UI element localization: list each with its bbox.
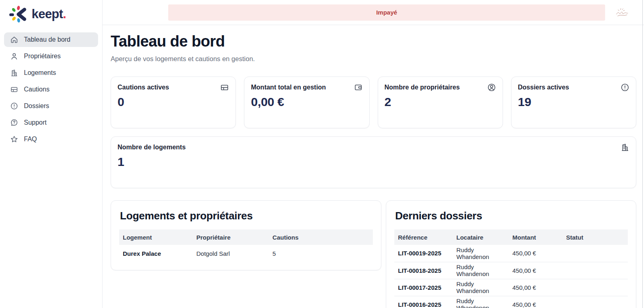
page-subtitle: Aperçu de vos logements et cautions en g…	[111, 55, 636, 63]
unpaid-banner-label: Impayé	[376, 9, 397, 16]
sidebar-item-cautions[interactable]: Cautions	[4, 82, 98, 97]
cell-statut	[563, 262, 628, 279]
stat-card-montant-total: Montant total en gestion 0,00 €	[244, 76, 369, 128]
sidebar-item-label: Propriétaires	[24, 53, 61, 60]
panel-title: Derniers dossiers	[395, 210, 628, 222]
table-row[interactable]: Durex Palace Dotgold Sarl 5	[119, 245, 373, 262]
stat-card-nombre-logements: Nombre de logements 1	[111, 136, 636, 188]
stat-card-cautions-actives: Cautions actives 0	[111, 76, 236, 128]
sidebar-item-tableau-de-bord[interactable]: Tableau de bord	[4, 32, 98, 47]
card-icon	[10, 85, 18, 93]
cell-montant: 450,00 €	[509, 245, 562, 262]
column-header-reference[interactable]: Référence	[394, 229, 453, 245]
wallet-icon	[354, 83, 363, 92]
sidebar-item-label: Logements	[24, 69, 56, 76]
table-row[interactable]: LIT-00017-2025 Ruddy Whandenon 450,00 €	[394, 279, 628, 296]
table-row[interactable]: LIT-00018-2025 Ruddy Whandenon 450,00 €	[394, 262, 628, 279]
stat-card-value: 0	[118, 95, 229, 109]
window-edge-line	[642, 0, 643, 308]
main-content: Tableau de bord Aperçu de vos logements …	[103, 25, 644, 308]
stat-card-title: Dossiers actives	[518, 83, 569, 91]
sidebar-item-label: FAQ	[24, 136, 37, 143]
sidebar-item-support[interactable]: Support	[4, 115, 98, 130]
sidebar: keept. Tableau de bord Propriétaires	[0, 0, 103, 308]
brand-name: keept.	[32, 7, 66, 21]
cell-montant: 450,00 €	[509, 279, 562, 296]
cell-cautions: 5	[269, 245, 373, 262]
sidebar-item-label: Dossiers	[24, 102, 49, 110]
alert-circle-icon	[10, 102, 18, 110]
table-row[interactable]: LIT-00016-2025 Ruddy Whandenon 450,00 €	[394, 296, 628, 308]
cell-statut	[563, 245, 628, 262]
sidebar-nav: Tableau de bord Propriétaires	[0, 32, 102, 147]
cell-locataire: Ruddy Whandenon	[453, 262, 509, 279]
bottom-panels: Logements et propriétaires Logement Prop…	[111, 200, 636, 308]
stat-card-title: Nombre de propriétaires	[385, 83, 460, 91]
keept-logo-icon	[9, 5, 28, 23]
sidebar-item-label: Cautions	[24, 86, 49, 93]
help-bubble-icon	[10, 119, 18, 127]
logements-table: Logement Propriétaire Cautions Durex Pal…	[119, 229, 373, 262]
cell-proprietaire: Dotgold Sarl	[193, 245, 269, 262]
unpaid-banner[interactable]: Impayé	[168, 4, 605, 21]
stat-card-nombre-proprietaires: Nombre de propriétaires 2	[378, 76, 503, 128]
sidebar-item-label: Support	[24, 119, 47, 126]
brand-logo[interactable]: keept.	[0, 0, 102, 23]
brand-dot: .	[63, 7, 66, 21]
sidebar-item-logements[interactable]: Logements	[4, 66, 98, 80]
top-bar: Impayé	[103, 0, 644, 25]
sidebar-item-label: Tableau de bord	[24, 36, 71, 43]
logements-proprietaires-panel: Logements et propriétaires Logement Prop…	[111, 200, 381, 270]
building-icon	[10, 69, 18, 77]
column-header-logement[interactable]: Logement	[119, 229, 193, 245]
user-circle-icon	[487, 83, 496, 92]
table-header-row: Logement Propriétaire Cautions	[119, 229, 373, 245]
cell-locataire: Ruddy Whandenon	[453, 245, 509, 262]
home-icon	[10, 36, 18, 44]
stat-card-dossiers-actives: Dossiers actives 19	[511, 76, 636, 128]
column-header-cautions[interactable]: Cautions	[269, 229, 373, 245]
table-header-row: Référence Locataire Montant Statut	[394, 229, 628, 245]
cell-reference: LIT-00018-2025	[394, 262, 453, 279]
stat-card-title: Nombre de logements	[118, 143, 186, 151]
cell-reference: LIT-00017-2025	[394, 279, 453, 296]
table-row[interactable]: LIT-00019-2025 Ruddy Whandenon 450,00 €	[394, 245, 628, 262]
user-icon	[10, 52, 18, 60]
card-icon	[220, 83, 229, 92]
stat-card-value: 1	[118, 155, 629, 169]
stat-card-value: 2	[385, 95, 496, 109]
cell-logement: Durex Palace	[119, 245, 193, 262]
star-icon	[10, 135, 18, 143]
column-header-montant[interactable]: Montant	[509, 229, 562, 245]
cell-reference: LIT-00016-2025	[394, 296, 453, 308]
panel-title: Logements et propriétaires	[120, 210, 373, 222]
building-icon	[620, 143, 629, 152]
derniers-dossiers-panel: Derniers dossiers Référence Locataire Mo…	[386, 200, 636, 308]
stats-row: Cautions actives 0 Montant total en gest…	[111, 76, 636, 128]
stat-card-title: Cautions actives	[118, 83, 169, 91]
cell-locataire: Ruddy Whandenon	[453, 296, 509, 308]
cell-locataire: Ruddy Whandenon	[453, 279, 509, 296]
stat-card-value: 0,00 €	[251, 95, 362, 109]
cell-montant: 450,00 €	[509, 296, 562, 308]
column-header-statut[interactable]: Statut	[563, 229, 628, 245]
signature-stamp-icon	[612, 6, 630, 19]
stat-card-title: Montant total en gestion	[251, 83, 326, 91]
dossiers-table: Référence Locataire Montant Statut LIT-0…	[394, 229, 628, 308]
sidebar-item-dossiers[interactable]: Dossiers	[4, 99, 98, 113]
cell-statut	[563, 296, 628, 308]
page-title: Tableau de bord	[111, 32, 636, 50]
cell-statut	[563, 279, 628, 296]
column-header-locataire[interactable]: Locataire	[453, 229, 509, 245]
column-header-proprietaire[interactable]: Propriétaire	[193, 229, 269, 245]
alert-circle-icon	[620, 83, 629, 92]
cell-reference: LIT-00019-2025	[394, 245, 453, 262]
sidebar-item-faq[interactable]: FAQ	[4, 132, 98, 147]
cell-montant: 450,00 €	[509, 262, 562, 279]
stat-card-value: 19	[518, 95, 629, 109]
sidebar-item-proprietaires[interactable]: Propriétaires	[4, 49, 98, 64]
